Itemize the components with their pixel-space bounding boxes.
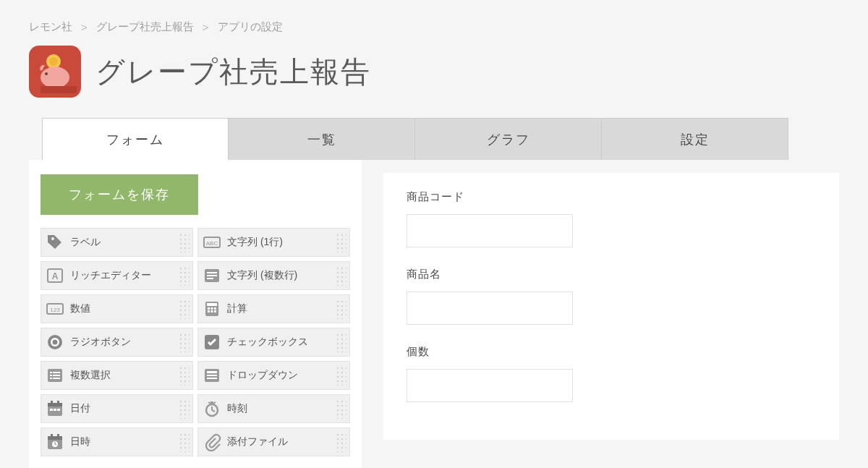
svg-rect-51	[43, 67, 48, 69]
palette-item-label-text: 計算	[227, 302, 335, 315]
palette-item-date[interactable]: 日付	[41, 394, 193, 423]
multiline-icon	[203, 266, 221, 285]
page-title: グレープ社売上報告	[95, 52, 371, 92]
palette-item-label[interactable]: ラベル	[41, 228, 193, 257]
multiselect-icon	[46, 366, 64, 385]
chevron-right-icon: >	[81, 21, 88, 33]
field-input[interactable]	[407, 214, 573, 247]
palette-item-dropdown[interactable]: ドロップダウン	[197, 361, 350, 390]
palette-item-datetime[interactable]: 日時	[41, 427, 193, 456]
palette-item-label-text: 添付ファイル	[227, 435, 335, 448]
grip-icon	[178, 299, 190, 319]
palette-item-label-text: ドロップダウン	[227, 369, 335, 382]
palette-item-text[interactable]: 文字列 (1行)	[197, 228, 350, 257]
palette-item-multiselect[interactable]: 複数選択	[41, 361, 193, 390]
form-field-quantity[interactable]: 個数	[407, 345, 816, 402]
field-label: 商品コード	[407, 190, 816, 204]
palette-item-radio[interactable]: ラジオボタン	[41, 328, 193, 357]
radio-icon	[46, 333, 64, 352]
app-icon	[29, 46, 81, 98]
palette-item-checkbox[interactable]: チェックボックス	[197, 328, 350, 357]
abc-icon	[203, 233, 221, 252]
tab-graph[interactable]: グラフ	[415, 118, 602, 160]
svg-point-50	[45, 72, 48, 75]
tab-list[interactable]: 一覧	[229, 118, 415, 160]
grip-icon	[335, 399, 346, 419]
palette-item-label-text: 日付	[70, 402, 178, 415]
form-field-product-name[interactable]: 商品名	[407, 268, 816, 325]
grip-icon	[335, 432, 346, 452]
grip-icon	[178, 432, 190, 452]
grip-icon	[335, 365, 346, 386]
tab-form[interactable]: フォーム	[42, 118, 229, 160]
palette-item-label-text: ラジオボタン	[70, 336, 178, 349]
grip-icon	[335, 232, 346, 252]
panels: フォームを保存 ラベル 文字列 (1行) リッチエディター 文字列 (複数行)	[0, 160, 868, 468]
datetime-icon	[46, 433, 64, 451]
breadcrumb-item-2: アプリの設定	[218, 20, 283, 34]
palette-item-label-text: チェックボックス	[227, 336, 335, 349]
grip-icon	[335, 332, 346, 352]
palette-item-attachment[interactable]: 添付ファイル	[197, 427, 350, 456]
field-input[interactable]	[407, 369, 573, 402]
grip-icon	[178, 265, 190, 286]
breadcrumb: レモン社 > グレープ社売上報告 > アプリの設定	[0, 0, 868, 43]
paperclip-icon	[203, 433, 221, 451]
palette-item-label-text: 日時	[70, 435, 178, 448]
palette-item-label-text: 時刻	[227, 402, 335, 415]
field-label: 商品名	[407, 268, 816, 281]
palette-item-label-text: リッチエディター	[70, 269, 178, 282]
palette-item-label-text: 文字列 (複数行)	[227, 269, 335, 282]
breadcrumb-item-0[interactable]: レモン社	[29, 20, 72, 34]
field-label: 個数	[407, 345, 816, 359]
richtext-icon	[46, 266, 64, 285]
calculator-icon	[203, 299, 221, 318]
breadcrumb-item-1[interactable]: グレープ社売上報告	[96, 20, 194, 34]
title-row: グレープ社売上報告	[0, 43, 868, 118]
clock-icon	[203, 399, 221, 418]
field-input[interactable]	[407, 292, 573, 325]
tab-settings[interactable]: 設定	[602, 118, 788, 160]
palette-item-label-text: 数値	[70, 302, 178, 315]
checkbox-icon	[203, 333, 221, 352]
form-field-product-code[interactable]: 商品コード	[407, 190, 816, 247]
chevron-right-icon: >	[203, 21, 209, 33]
save-form-button[interactable]: フォームを保存	[41, 174, 198, 215]
grip-icon	[178, 365, 190, 386]
calendar-icon	[46, 399, 64, 418]
grip-icon	[178, 399, 190, 419]
svg-point-49	[41, 67, 69, 88]
field-palette-panel: フォームを保存 ラベル 文字列 (1行) リッチエディター 文字列 (複数行)	[29, 160, 362, 468]
palette-item-label-text: 文字列 (1行)	[227, 236, 335, 249]
svg-point-48	[49, 57, 58, 66]
palette-item-multiline[interactable]: 文字列 (複数行)	[197, 261, 350, 290]
palette-item-time[interactable]: 時刻	[197, 394, 350, 423]
grip-icon	[335, 265, 346, 286]
tabs: フォーム 一覧 グラフ 設定	[0, 118, 868, 160]
palette-item-richtext[interactable]: リッチエディター	[41, 261, 193, 290]
palette-item-label-text: ラベル	[70, 236, 178, 249]
form-canvas: 商品コード 商品名 個数	[383, 173, 839, 440]
number-icon	[46, 299, 64, 318]
field-palette: ラベル 文字列 (1行) リッチエディター 文字列 (複数行) 数値	[41, 228, 350, 456]
tag-icon	[46, 233, 64, 252]
palette-item-number[interactable]: 数値	[41, 294, 193, 323]
grip-icon	[178, 332, 190, 352]
palette-item-label-text: 複数選択	[70, 369, 178, 382]
grip-icon	[335, 299, 346, 319]
palette-item-calc[interactable]: 計算	[197, 294, 350, 323]
dropdown-icon	[203, 366, 221, 385]
grip-icon	[178, 232, 190, 252]
